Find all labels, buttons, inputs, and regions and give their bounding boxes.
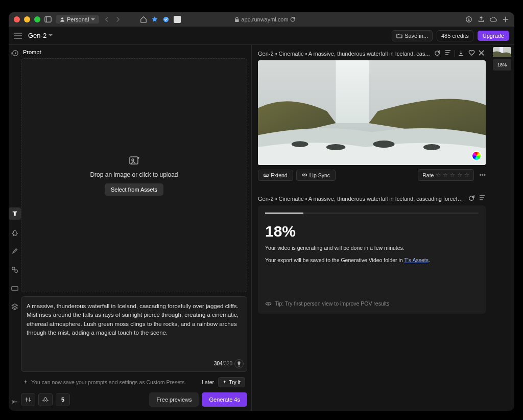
result-header-2: Gen-2 • Cinematic • A massive, thunderou…: [258, 185, 486, 205]
rate-control[interactable]: Rate ☆ ☆ ☆ ☆ ☆: [418, 169, 474, 181]
try-it-button[interactable]: Try it: [218, 377, 245, 387]
preset-tip-bar: You can now save your prompts and settin…: [21, 376, 247, 388]
history-icon[interactable]: [10, 48, 20, 58]
regenerate-icon[interactable]: [434, 50, 441, 57]
image-dropzone[interactable]: Drop an image or click to upload Select …: [21, 58, 247, 292]
model-label: Gen-2: [28, 32, 46, 39]
result-title-1: Gen-2 • Cinematic • A massive, thunderou…: [258, 51, 431, 57]
later-button[interactable]: Later: [202, 379, 214, 385]
regenerate-icon[interactable]: [468, 195, 476, 202]
generate-button[interactable]: Generate 4s: [202, 392, 247, 407]
layers-tool-icon[interactable]: [10, 301, 20, 312]
minimize-window-icon[interactable]: [24, 16, 30, 22]
svg-point-15: [132, 159, 134, 161]
cloud-icon[interactable]: [490, 16, 497, 23]
sidebar-toggle-icon[interactable]: [44, 16, 52, 23]
close-result-icon[interactable]: [479, 50, 486, 57]
lipsync-button[interactable]: Lip Sync: [296, 170, 336, 181]
download-result-icon[interactable]: [458, 50, 465, 57]
generation-progress-card: 18% Your video is generating and will be…: [258, 205, 486, 314]
seed-value-button[interactable]: 5: [56, 393, 70, 406]
save-button[interactable]: Save in...: [392, 30, 433, 41]
svg-rect-4: [235, 19, 239, 21]
free-previews-button[interactable]: Free previews: [149, 392, 199, 407]
preset-tip-text: You can now save your prompts and settin…: [31, 379, 186, 385]
progress-message-1: Your video is generating and will be don…: [265, 244, 479, 252]
dropzone-text: Drop an image or click to upload: [90, 171, 178, 178]
svg-point-26: [423, 144, 440, 150]
prompt-textarea[interactable]: A massive, thunderous waterfall in Icela…: [21, 296, 247, 372]
generate-bar: 5 Free previews Generate 4s: [21, 392, 247, 407]
app-topbar: Gen-2 Save in... 485 credits Upgrade: [9, 27, 514, 45]
settings-icon-button[interactable]: [21, 393, 35, 406]
workspace-selector[interactable]: Personal: [56, 15, 99, 24]
sparkle-icon: [223, 380, 227, 384]
nav-back-icon[interactable]: [103, 16, 110, 23]
settings-list-icon[interactable]: [479, 195, 486, 202]
credits-badge[interactable]: 485 credits: [437, 30, 473, 41]
download-icon[interactable]: [465, 16, 472, 23]
home-icon[interactable]: [140, 16, 147, 23]
nav-forward-icon[interactable]: [114, 16, 122, 23]
more-actions-icon[interactable]: •••: [479, 172, 486, 179]
collapse-rail-icon[interactable]: [10, 396, 20, 407]
prompt-section-label: Prompt: [21, 45, 247, 58]
workspace-label: Personal: [67, 16, 89, 22]
extension-icon[interactable]: [151, 16, 158, 23]
color-picker-icon[interactable]: [471, 151, 482, 161]
new-tab-icon[interactable]: [502, 16, 509, 23]
motion-icon-button[interactable]: [38, 393, 53, 406]
star-icon[interactable]: ☆: [436, 172, 441, 178]
star-icon[interactable]: ☆: [443, 172, 448, 178]
reload-icon[interactable]: [289, 16, 296, 23]
prompt-char-count: 304: [214, 361, 223, 366]
aspect-tool-icon[interactable]: [10, 283, 20, 293]
progress-bar: [265, 213, 479, 214]
share-icon[interactable]: [478, 16, 485, 23]
star-icon[interactable]: ☆: [464, 172, 469, 178]
extend-icon: [264, 173, 269, 178]
lock-icon: [234, 17, 239, 22]
try-it-label: Try it: [229, 379, 241, 385]
brush-tool-icon[interactable]: [10, 246, 20, 256]
thumbnail-1[interactable]: [493, 47, 511, 57]
url-text: app.runwayml.com: [241, 16, 288, 22]
settings-list-icon[interactable]: [444, 50, 451, 57]
prompt-pane: Prompt Drop an image or click to upload …: [21, 45, 252, 411]
fullscreen-window-icon[interactable]: [34, 16, 40, 22]
eye-icon: [265, 301, 272, 306]
thumbnail-rail: 1 2 18%: [490, 45, 514, 411]
chevron-down-icon: [49, 34, 53, 37]
thumbnail-1-wrap[interactable]: 1: [492, 47, 512, 57]
svg-point-23: [292, 141, 308, 147]
url-bar[interactable]: app.runwayml.com: [234, 16, 288, 22]
favorite-icon[interactable]: [468, 50, 476, 57]
suggest-prompt-icon[interactable]: [234, 359, 244, 368]
assets-folder-link[interactable]: T's Assets: [404, 257, 429, 263]
progress-message-2: Your export will be saved to the Generat…: [265, 256, 479, 265]
image-tool-icon[interactable]: [10, 228, 20, 238]
tool-rail: [9, 45, 21, 411]
video-preview[interactable]: [258, 60, 486, 165]
close-window-icon[interactable]: [14, 16, 20, 22]
menu-icon[interactable]: [14, 33, 22, 39]
model-selector[interactable]: Gen-2: [28, 32, 53, 39]
save-label: Save in...: [405, 33, 428, 39]
app-window: Personal app.runwayml.com: [9, 12, 514, 411]
thumbnail-2-wrap[interactable]: 2 18%: [492, 59, 512, 71]
text-tool-icon[interactable]: [9, 207, 21, 220]
thumbnail-2[interactable]: 18%: [493, 59, 511, 71]
link-tool-icon[interactable]: [10, 265, 20, 275]
main-layout: Prompt Drop an image or click to upload …: [9, 45, 514, 411]
result-header-1: Gen-2 • Cinematic • A massive, thunderou…: [258, 47, 486, 60]
upgrade-button[interactable]: Upgrade: [478, 31, 509, 41]
prompt-char-max: /320: [223, 361, 232, 366]
extend-button[interactable]: Extend: [258, 170, 293, 181]
star-icon[interactable]: ☆: [450, 172, 455, 178]
shield-icon[interactable]: [162, 16, 170, 23]
star-icon[interactable]: ☆: [457, 172, 462, 178]
prompt-text-value: A massive, thunderous waterfall in Icela…: [27, 303, 239, 336]
titlebar: Personal app.runwayml.com: [9, 12, 514, 27]
select-from-assets-button[interactable]: Select from Assets: [105, 183, 163, 196]
app-icon[interactable]: [174, 16, 181, 23]
